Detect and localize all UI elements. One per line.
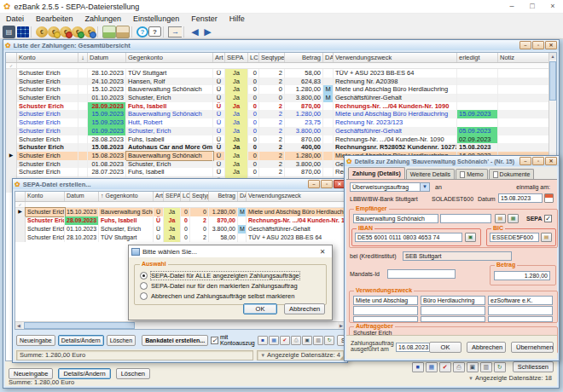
ok-button[interactable]: OK [429,342,461,353]
mandats-field[interactable] [387,269,456,279]
horizontal-scrollbar[interactable]: ◀ ▶ [15,321,345,329]
details-aendern-button[interactable]: Details/Ändern [58,335,104,346]
tab[interactable]: Dokumente [489,169,535,179]
columns-icon[interactable]: ▥ [313,336,323,345]
toolbar-separator[interactable] [97,26,101,37]
checkbox-checked-icon[interactable]: ✓ [211,337,218,344]
column-header[interactable]: Seqtype [190,192,209,201]
abbrechen-button[interactable]: Abbrechen [284,303,325,314]
toolbar-separator[interactable] [31,26,34,37]
payment-edit-icon[interactable]: € [48,26,60,37]
column-header[interactable]: Betrag [209,192,238,201]
vz-field-4[interactable] [353,306,418,315]
refresh-icon[interactable]: ↻ [494,362,506,372]
maximize-button[interactable]: □ [522,0,543,13]
payment-transfer-icon[interactable]: € [72,26,84,37]
tab[interactable]: Zahlung (Details) [348,167,405,179]
betrag-field[interactable]: 1.280,00 [494,271,550,280]
toolbar-separator[interactable] [131,26,135,37]
toolbar-separator[interactable] [163,26,166,37]
payment-row[interactable]: Schuster Erich 15.09.2023 Bauverwaltung … [6,110,556,118]
column-header[interactable]: ↑ Gegenkonto [99,192,154,201]
payment-row[interactable]: Schuster Erich 28.10.2023 TÜV Stuttgart … [6,69,556,78]
kontoauszug-option[interactable]: ✓mit Kontoauszug [211,334,255,346]
column-header[interactable]: Datum [88,53,126,62]
vz-field-9[interactable] [488,316,553,322]
ok-button[interactable]: OK [243,303,277,314]
radio-icon[interactable] [140,282,148,290]
restore-button[interactable]: ▫ [532,41,544,49]
dialog-titlebar[interactable]: Bitte wählen Sie... ✕ [129,245,332,257]
filter-row[interactable]: ✓ [15,202,345,208]
nav-back-icon[interactable]: ◀ [189,26,201,38]
toolbar-separator[interactable] [183,26,187,37]
radio-icon[interactable] [140,292,148,300]
payments-overview-icon[interactable] [17,26,29,37]
column-header[interactable]: SEPA [225,53,248,62]
column-header[interactable]: Gegenkonto [126,53,213,62]
minimize-button[interactable]: – [308,180,320,188]
column-header[interactable]: DA [323,53,334,62]
loeschen-button[interactable]: Löschen [116,368,150,379]
chevron-down-icon[interactable]: ▼ [420,183,429,191]
column-header[interactable]: Notiz [498,53,552,62]
empfaenger-name2-field[interactable] [440,214,491,223]
bankdatei-erstellen-button[interactable]: Bankdatei erstellen... [142,335,208,346]
scrollbar-thumb[interactable] [24,322,135,329]
column-header[interactable]: SEPA [164,192,181,201]
column-header[interactable]: Verwendungszweck [334,53,457,62]
bic-lookup-icon[interactable]: ▤ [541,233,552,242]
calendar-icon[interactable] [544,193,554,203]
column-header[interactable]: Konto [26,192,65,201]
iban-copy-icon[interactable]: ▣ [465,233,476,242]
menu-item[interactable]: Fenster [185,14,223,25]
close-button[interactable]: × [543,0,563,13]
column-header[interactable]: Betrag [285,53,323,62]
payment-row[interactable]: ▶ Schuster Erich 15.10.2023 Bauverwaltun… [15,208,345,216]
column-header[interactable]: Seqtype [259,53,285,62]
column-header[interactable]: Art [213,53,225,62]
restore-button[interactable]: ▫ [321,180,333,188]
column-header[interactable]: LC [181,192,190,201]
refresh-icon[interactable]: ↻ [324,336,334,345]
payment-row[interactable]: Schuster Erich 28.08.2023 Fuhs, Isabell … [6,135,556,144]
filter-row[interactable]: ✓ [6,63,556,69]
help-icon[interactable]: ? [136,26,148,37]
radio-icon[interactable] [140,272,148,280]
scroll-left-icon[interactable]: ◀ [15,322,22,329]
bic-field[interactable]: ESSEDE5F600 [490,233,539,242]
minimize-button[interactable]: – [519,157,531,165]
column-header[interactable]: Art [154,192,164,201]
payment-new-icon[interactable]: € [36,26,48,37]
empfaenger-name-field[interactable]: Bauverwaltung Schönaich [353,214,438,223]
print-icon[interactable]: ⎙ [291,336,301,345]
iban-field[interactable]: DE55 6001 0111 0803 4653 74 [355,233,462,242]
bankfile-create-icon[interactable] [102,26,116,38]
sort-icon[interactable]: ↓ [78,53,88,62]
payment-row[interactable]: Schuster Erich 28.09.2023 Fuhs, Isabell … [6,102,556,111]
close-icon[interactable]: ✕ [545,157,557,165]
auftragsart-select[interactable]: Überweisungsauftrag▼ [350,182,430,192]
payee-lookup-icon[interactable]: ▦ [508,214,519,223]
payment-row[interactable]: Schuster Erich 15.10.2023 Bauverwaltung … [6,85,556,94]
tab[interactable]: Weitere Details [406,169,455,179]
abbrechen-button[interactable]: Abbrechen [467,342,506,353]
minimize-button[interactable]: – [519,41,531,49]
scrollbar-thumb[interactable] [549,61,556,101]
column-header[interactable]: Datum [65,192,99,201]
column-header[interactable]: DA [238,192,247,201]
menu-item[interactable]: Bearbeiten [30,14,79,25]
sepa-checkbox[interactable]: ✓ [544,215,552,222]
vz-field-8[interactable] [421,316,485,322]
tab[interactable]: Memo [456,169,487,179]
columns-icon[interactable]: ▥ [480,362,492,372]
close-icon[interactable]: ✕ [316,248,329,256]
menu-item[interactable]: Datei [0,14,30,25]
view-card-icon[interactable]: ■ [258,336,268,345]
payment-delete-icon[interactable]: € [60,26,72,37]
payment-row[interactable]: Schuster Erich 01.10.2023 Schuster, Eric… [6,94,556,102]
sepa-titlebar[interactable]: ✿ SEPA-Datei erstellen... – ▫ ✕ [13,179,347,189]
details-titlebar[interactable]: ✿ Details zur Zahlung 'Bauverwaltung Sch… [345,156,559,166]
export-icon[interactable]: ▣ [467,362,479,372]
bankfile-send-icon[interactable] [116,26,130,38]
